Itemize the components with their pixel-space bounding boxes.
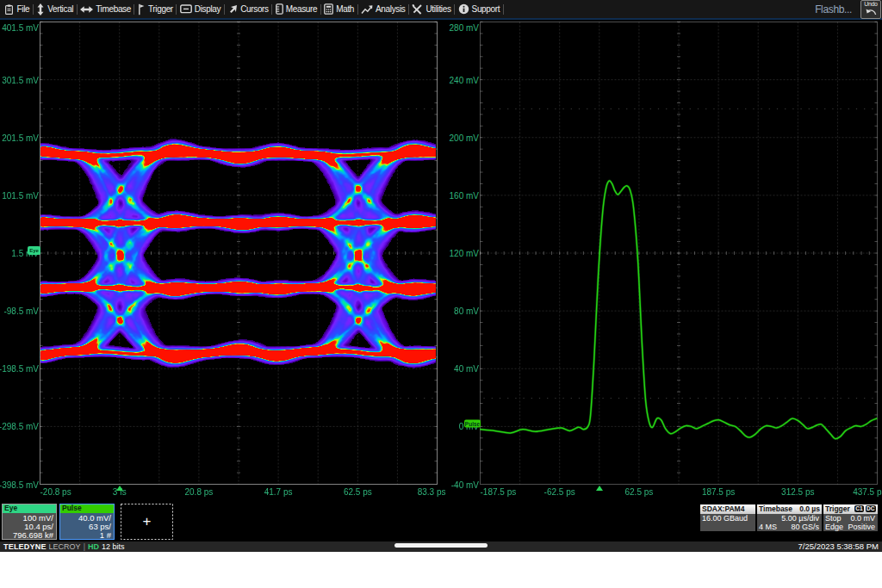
eye-x-tick-label: 20.8 ps [184, 487, 213, 497]
eye-y-tick-label: -398.5 mV [0, 480, 39, 489]
menu-item[interactable]: Vertical [34, 0, 77, 18]
sdax-baud: 16.00 GBaud [702, 514, 748, 523]
menu-separator [503, 4, 504, 15]
menu-item-label: Support [472, 4, 500, 14]
pulse-waveform-graph[interactable] [480, 21, 878, 486]
timebase-offset: 0.0 µs [799, 504, 820, 514]
eye-y-tick-label: 201.5 mV [2, 133, 39, 142]
menu-item[interactable]: File [0, 0, 33, 18]
pulse-trace-badge[interactable]: Pulse [464, 419, 481, 427]
eye-x-tick-label: 41.7 ps [264, 487, 293, 497]
timebase-scale: 5.00 µs/div [781, 514, 819, 523]
trigger-mode: Stop [825, 514, 842, 523]
pulse-y-tick-label: 200 mV [450, 133, 479, 142]
cursors-icon [227, 4, 238, 15]
datetime-label: 7/25/2023 5:38:58 PM [798, 542, 879, 552]
menu-bar: File Vertical Timebase Trigger [0, 0, 882, 20]
pulse-y-tick-label: -40 mV [451, 480, 479, 489]
timebase-info-box[interactable]: Timebase 0.0 µs 5.00 µs/div 4 MS 80 GS/s [757, 504, 822, 531]
eye-descriptor-body: 100 mV/ 10.4 ps/ 796.698 k# [3, 513, 56, 541]
support-icon [458, 3, 469, 15]
taskbar-pill[interactable] [394, 543, 488, 548]
eye-trace-badge[interactable]: Eye [28, 246, 40, 255]
menu-item[interactable]: Utilities [409, 0, 454, 18]
add-trace-dashed-border [121, 504, 173, 540]
analysis-icon [361, 4, 373, 15]
eye-y-tick-label: -198.5 mV [0, 364, 39, 374]
eye-y-tick-label: 101.5 mV [2, 190, 39, 200]
eye-x-tick-label: 83.3 ps [418, 487, 446, 497]
hd-mode-label: HD [88, 542, 99, 551]
oscilloscope-app: File Vertical Timebase Trigger [0, 0, 882, 552]
menu-item-label: Analysis [376, 4, 405, 14]
menu-item-label: Math [336, 4, 354, 14]
undo-label: Undo [864, 1, 877, 8]
add-trace-button[interactable]: + [121, 504, 173, 540]
eye-descriptor-title: Eye [3, 504, 56, 513]
menu-item-label: Trigger [148, 4, 173, 14]
status-bar: TELEDYNE LECROY | HD 12 bits 7/25/2023 5… [0, 542, 882, 552]
menu-item[interactable]: Support [455, 0, 503, 18]
menu-item-label: File [17, 4, 30, 14]
menu-item[interactable]: Analysis [358, 0, 408, 18]
vertical-icon [36, 3, 45, 15]
file-icon [3, 3, 15, 15]
pulse-trace-descriptor[interactable]: Pulse 40.0 mV/ 63 ps/ 1 # [59, 504, 115, 540]
pulse-trigger-position-marker[interactable] [596, 486, 603, 491]
display-icon [180, 4, 192, 14]
timebase-samples: 4 MS [759, 523, 777, 531]
math-icon [324, 3, 333, 15]
menu-item-label: Cursors [240, 4, 269, 14]
brand-teledyne: TELEDYNE [3, 542, 47, 551]
trigger-level: 0.0 mV [850, 514, 875, 523]
timebase-title: Timebase [759, 504, 792, 514]
eye-trigger-position-marker[interactable] [116, 486, 123, 491]
pulse-x-tick-label: -187.5 ps [481, 487, 517, 497]
pulse-y-tick-label: 120 mV [450, 249, 479, 258]
timebase-icon [80, 5, 93, 14]
pulse-descriptor-title: Pulse [60, 504, 114, 513]
pulse-x-tick-label: 187.5 ps [702, 487, 735, 497]
menu-item-label: Measure [286, 4, 317, 14]
menu-item[interactable]: Timebase [78, 0, 134, 18]
pulse-x-tick-label: 437.5 ps [853, 487, 882, 497]
eye-y-tick-label: -298.5 mV [0, 422, 39, 431]
brand-separator: | [84, 542, 85, 551]
pulse-x-tick-label: 312.5 ps [781, 487, 814, 497]
pulse-descriptor-body: 40.0 mV/ 63 ps/ 1 # [60, 513, 114, 541]
flashback-label[interactable]: Flashb... [815, 3, 852, 15]
pulse-x-tick-label: -62.5 ps [544, 487, 575, 497]
menu-item[interactable]: Cursors [225, 0, 272, 18]
eye-trace-descriptor[interactable]: Eye 100 mV/ 10.4 ps/ 796.698 k# [2, 504, 57, 540]
eye-y-tick-label: 301.5 mV [2, 75, 39, 84]
pulse-y-tick-label: 160 mV [450, 190, 479, 200]
trigger-icon [138, 3, 146, 15]
menu-item[interactable]: Trigger [134, 0, 176, 18]
menu-item-label: Utilities [425, 4, 450, 14]
brand-lecroy: LECROY [49, 542, 81, 551]
pulse-y-tick-label: 40 mV [454, 364, 479, 374]
sdax-title: SDAX:PAM4 [702, 504, 744, 514]
menu-item[interactable]: Display [177, 0, 223, 18]
menu-item[interactable]: Measure [272, 0, 320, 18]
menu-item-label: Timebase [96, 4, 131, 14]
menu-item-label: Vertical [47, 4, 73, 14]
bits-label: 12 bits [102, 542, 125, 551]
brand-area: TELEDYNE LECROY | HD 12 bits [0, 542, 125, 551]
pulse-y-tick-label: 240 mV [450, 75, 479, 84]
timebase-samplerate: 80 GS/s [791, 523, 819, 531]
menu-item[interactable]: Math [321, 0, 357, 18]
eye-sample-count: 796.698 k# [4, 531, 53, 540]
undo-icon [865, 8, 877, 15]
pulse-x-tick-label: 62.5 ps [624, 487, 653, 497]
eye-y-tick-label: 401.5 mV [2, 22, 39, 32]
utilities-icon [412, 3, 423, 15]
trigger-info-box[interactable]: Trigger C1 DC Stop 0.0 mV Edge Positive [823, 504, 878, 531]
undo-button[interactable]: Undo [860, 0, 881, 19]
trigger-type: Edge [825, 523, 843, 531]
eye-diagram-graph[interactable] [40, 21, 438, 486]
trigger-source-badge: C1 [854, 505, 864, 512]
pulse-y-tick-label: 280 mV [450, 22, 479, 32]
pulse-y-tick-label: 80 mV [454, 306, 479, 316]
sdax-info-box[interactable]: SDAX:PAM4 16.00 GBaud [700, 504, 755, 531]
